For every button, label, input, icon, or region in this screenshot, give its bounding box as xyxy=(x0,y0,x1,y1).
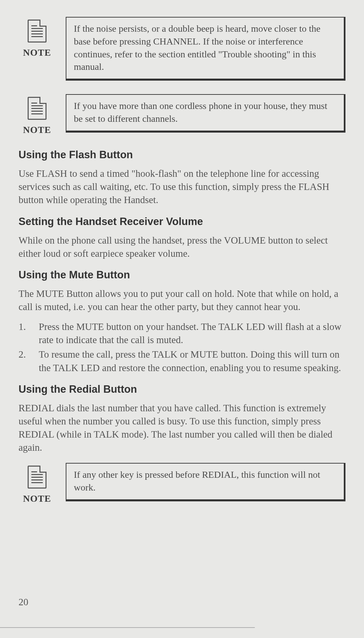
document-icon xyxy=(28,97,47,120)
body-volume: While on the phone call using the handse… xyxy=(19,234,345,260)
list-item: To resume the call, press the TALK or MU… xyxy=(19,348,345,374)
heading-flash: Using the Flash Button xyxy=(19,149,345,161)
note-icon-column: NOTE xyxy=(19,463,56,504)
heading-mute: Using the Mute Button xyxy=(19,269,345,281)
document-icon xyxy=(28,466,47,489)
list-item: Press the MUTE button on your handset. T… xyxy=(19,320,345,346)
page-number: 20 xyxy=(19,597,28,608)
body-flash: Use FLASH to send a timed "hook-flash" o… xyxy=(19,167,345,206)
note-box-2: If you have more than one cordless phone… xyxy=(66,94,345,133)
note-box-1: If the noise persists, or a double beep … xyxy=(66,17,345,81)
heading-redial: Using the Redial Button xyxy=(19,383,345,395)
document-icon xyxy=(28,20,47,43)
note-label: NOTE xyxy=(23,493,51,504)
mute-steps-list: Press the MUTE button on your handset. T… xyxy=(19,320,345,375)
note-box-3: If any other key is pressed before REDIA… xyxy=(66,463,345,501)
body-redial: REDIAL dials the last number that you ha… xyxy=(19,401,345,454)
note-icon-column: NOTE xyxy=(19,94,56,135)
note-label: NOTE xyxy=(23,47,51,58)
note-block-2: NOTE If you have more than one cordless … xyxy=(19,94,345,135)
note-label: NOTE xyxy=(23,124,51,135)
body-mute: The MUTE Button allows you to put your c… xyxy=(19,287,345,313)
heading-volume: Setting the Handset Receiver Volume xyxy=(19,216,345,228)
note-block-3: NOTE If any other key is pressed before … xyxy=(19,463,345,504)
note-icon-column: NOTE xyxy=(19,17,56,58)
page-divider xyxy=(0,627,255,628)
note-block-1: NOTE If the noise persists, or a double … xyxy=(19,17,345,81)
